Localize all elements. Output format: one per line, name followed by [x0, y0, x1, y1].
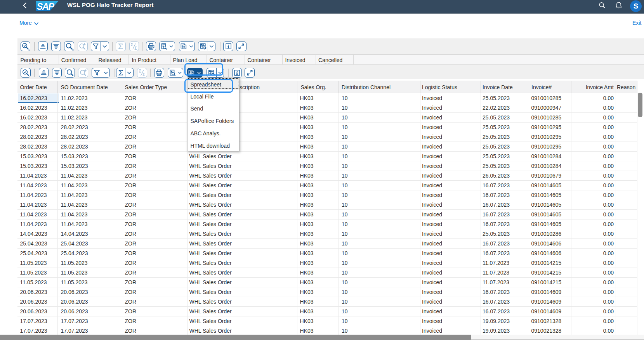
- svg-text:Σ: Σ: [134, 46, 137, 50]
- svg-text:Σ: Σ: [142, 73, 145, 77]
- svg-text:Σ: Σ: [139, 69, 141, 73]
- svg-text:Σ: Σ: [131, 43, 133, 47]
- svg-text:SAP: SAP: [37, 2, 55, 12]
